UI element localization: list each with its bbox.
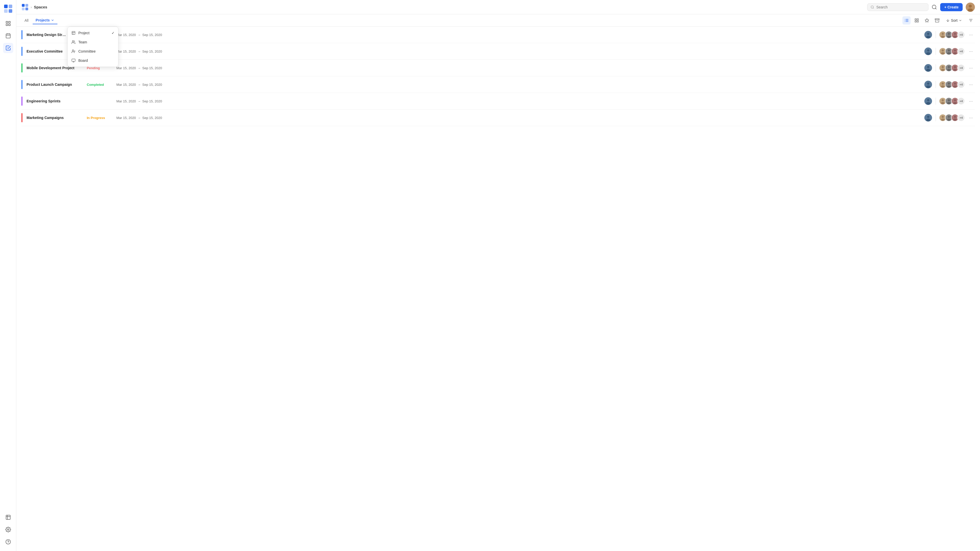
svg-rect-18 xyxy=(22,4,25,6)
project-members: +4 ··· xyxy=(924,64,975,72)
project-name[interactable]: Marketing Campaigns xyxy=(27,116,83,120)
avatar-more: +4 xyxy=(957,114,965,121)
more-options-button[interactable]: ··· xyxy=(967,48,975,55)
svg-point-64 xyxy=(947,35,951,38)
tab-all[interactable]: All xyxy=(21,17,32,24)
check-icon: ✓ xyxy=(111,31,115,35)
svg-point-111 xyxy=(948,99,950,101)
filterbar: All Projects Project ✓ xyxy=(16,14,980,27)
table-row: Executive Committee In Progress Mar 15, … xyxy=(21,43,975,60)
filterbar-right: Sort xyxy=(902,16,975,24)
dropdown-item-committee[interactable]: Committee xyxy=(68,47,118,56)
app-logo[interactable] xyxy=(3,4,13,13)
svg-rect-46 xyxy=(917,19,918,20)
avatar xyxy=(924,64,932,72)
svg-point-73 xyxy=(941,52,945,54)
tasks-icon[interactable] xyxy=(3,43,13,53)
svg-point-93 xyxy=(927,83,929,85)
svg-point-60 xyxy=(942,33,944,35)
svg-point-67 xyxy=(953,35,957,38)
svg-rect-48 xyxy=(915,21,916,22)
dropdown-item-team[interactable]: Team xyxy=(68,38,118,47)
topbar-logo xyxy=(21,3,29,11)
home-icon[interactable] xyxy=(3,18,13,29)
settings-icon[interactable] xyxy=(3,524,13,535)
svg-rect-21 xyxy=(25,7,28,10)
sort-button[interactable]: Sort xyxy=(943,17,965,24)
search-box[interactable] xyxy=(867,3,928,11)
svg-point-124 xyxy=(947,118,951,121)
favorite-button[interactable] xyxy=(923,16,931,24)
list-view-button[interactable] xyxy=(902,16,911,24)
sort-icon xyxy=(946,18,950,22)
breadcrumb-spaces[interactable]: Spaces xyxy=(34,5,48,9)
dropdown-label-team: Team xyxy=(78,40,87,44)
svg-rect-8 xyxy=(6,34,10,38)
more-options-button[interactable]: ··· xyxy=(967,114,975,121)
avatar xyxy=(924,80,932,89)
filter-button[interactable] xyxy=(967,16,975,24)
avatar-group: +4 xyxy=(939,48,965,55)
svg-point-27 xyxy=(969,5,972,8)
more-options-button[interactable]: ··· xyxy=(967,97,975,105)
svg-point-91 xyxy=(953,68,957,71)
search-input[interactable] xyxy=(877,5,925,9)
create-button[interactable]: + Create xyxy=(940,3,963,11)
svg-point-105 xyxy=(927,99,929,101)
svg-point-126 xyxy=(954,116,956,118)
help-icon[interactable] xyxy=(3,537,13,547)
svg-point-32 xyxy=(72,41,73,42)
dropdown-item-board[interactable]: Board xyxy=(68,56,118,65)
more-options-button[interactable]: ··· xyxy=(967,31,975,38)
members-divider xyxy=(935,114,936,121)
project-color-bar xyxy=(21,30,22,39)
svg-point-24 xyxy=(932,5,936,9)
svg-rect-2 xyxy=(4,9,8,13)
svg-point-72 xyxy=(942,49,944,52)
project-dates: Mar 15, 2020 → Sep 15, 2020 xyxy=(116,33,167,37)
more-options-button[interactable]: ··· xyxy=(967,64,975,72)
sidebar xyxy=(0,0,16,551)
svg-point-112 xyxy=(947,102,951,104)
avatar-more: +4 xyxy=(957,97,965,105)
svg-marker-49 xyxy=(925,18,929,22)
svg-point-88 xyxy=(947,68,951,71)
user-avatar[interactable] xyxy=(966,3,975,12)
tab-projects[interactable]: Projects xyxy=(33,17,57,24)
svg-point-90 xyxy=(954,66,956,68)
svg-point-22 xyxy=(871,6,873,8)
svg-rect-47 xyxy=(917,21,918,22)
svg-point-117 xyxy=(927,116,929,118)
svg-rect-0 xyxy=(4,5,8,8)
team-icon xyxy=(71,40,76,45)
grid-view-button[interactable] xyxy=(913,16,921,24)
project-name[interactable]: Product Launch Campaign xyxy=(27,83,83,86)
dropdown-item-project[interactable]: Project ✓ xyxy=(68,28,118,38)
svg-point-102 xyxy=(954,83,956,85)
svg-point-63 xyxy=(948,33,950,35)
project-dates: Mar 15, 2020 → Sep 15, 2020 xyxy=(116,66,167,70)
more-options-button[interactable]: ··· xyxy=(967,81,975,88)
search-icon-standalone[interactable] xyxy=(932,4,937,10)
project-color-bar xyxy=(21,113,22,122)
svg-point-96 xyxy=(942,83,944,85)
project-list: Marketing Design Str… Mar 15, 2020 → Sep… xyxy=(16,27,980,551)
archive-button[interactable] xyxy=(933,16,941,24)
topbar: › Spaces + Create xyxy=(16,0,980,14)
dashboard-icon[interactable] xyxy=(3,512,13,522)
avatar xyxy=(924,113,932,122)
avatar-more: +4 xyxy=(957,81,965,88)
calendar-icon[interactable] xyxy=(3,31,13,41)
project-members: +4 ··· xyxy=(924,113,975,122)
sort-chevron-icon xyxy=(959,19,962,22)
svg-rect-5 xyxy=(8,21,10,23)
svg-rect-3 xyxy=(9,9,12,13)
table-row: Product Launch Campaign Completed Mar 15… xyxy=(21,76,975,93)
board-icon xyxy=(71,58,76,63)
project-members: +4 ··· xyxy=(924,97,975,105)
project-name[interactable]: Engineering Sprints xyxy=(27,99,83,103)
svg-point-114 xyxy=(954,99,956,101)
main-content: › Spaces + Create xyxy=(16,0,980,551)
svg-line-23 xyxy=(873,8,874,8)
project-status: Completed xyxy=(87,83,112,86)
